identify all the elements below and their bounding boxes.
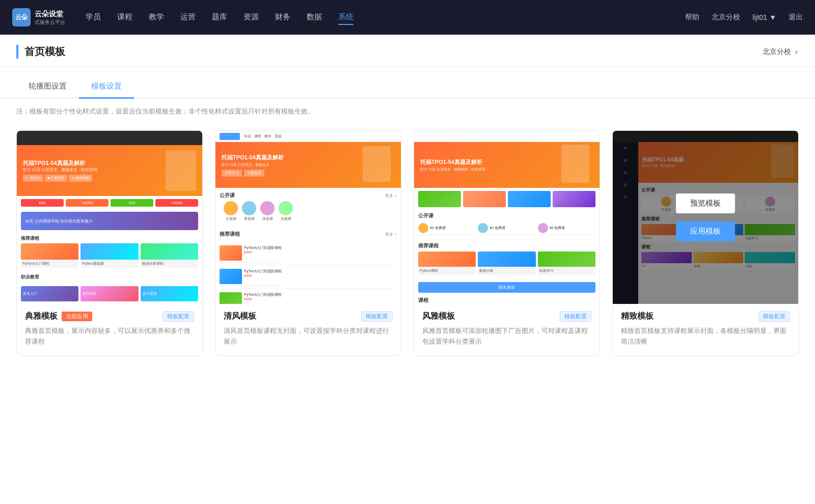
badge-config-fengYa[interactable]: 模板配置	[560, 311, 591, 322]
branch-selector[interactable]: 北京分校 ∨	[763, 47, 799, 57]
template-preview-qingFeng: 学员课程教学系统 托福TPO1-54真题及解析 听力 口语 口语范文 · 遵循全…	[215, 131, 401, 304]
badge-config-jingZhi[interactable]: 模板配置	[758, 311, 790, 322]
navbar-right: 帮助 北京分校 lijt01 ▼ 退出	[685, 13, 803, 22]
badge-current-dianYa: 当前应用	[62, 312, 92, 321]
template-info-fengYa: 风雅模板 模板配置 风雅首页模板可添加轮播图下广告图片，可对课程及课程包设置学科…	[414, 304, 600, 355]
templates-grid: 托福TPO1-54真题及解析 听力 口语 口语范文 · 遵循全文 · 给你背词 …	[0, 120, 815, 376]
template-info-qingFeng: 清风模板 模板配置 清风首页模板课程无封面，可设置按学科分类对课程进行展示	[215, 304, 401, 355]
template-name-fengYa: 风雅模板	[422, 311, 455, 322]
nav-item-course[interactable]: 课程	[117, 10, 132, 25]
chevron-down-icon: ∨	[794, 48, 799, 55]
template-card-qingFeng: 学员课程教学系统 托福TPO1-54真题及解析 听力 口语 口语范文 · 遵循全…	[215, 130, 401, 356]
template-name-row-qingFeng: 清风模板 模板配置	[224, 311, 393, 322]
nav-item-teach[interactable]: 教学	[149, 10, 164, 25]
nav-item-student[interactable]: 学员	[86, 10, 101, 25]
page-title: 首页模板	[16, 45, 65, 59]
nav-item-resource[interactable]: 资源	[243, 10, 259, 25]
template-desc-fengYa: 风雅首页模板可添加轮播图下广告图片，可对课程及课程包设置学科分类展示	[422, 326, 591, 347]
logo-icon: 云朵	[12, 8, 31, 26]
nav-help[interactable]: 帮助	[685, 13, 699, 22]
apply-button[interactable]: 应用模板	[676, 221, 735, 241]
nav-menu: 学员 课程 教学 运营 题库 资源 财务 数据 系统	[86, 10, 354, 25]
template-preview-fengYa: 托福TPO1-54真题及解析 听力 口语 口语范文 · 独家精析 · 给你背词 …	[414, 131, 600, 304]
navbar-left: 云朵 云朵设堂 式服务云平台 学员 课程 教学 运营 题库 资源 财务 数据 系…	[12, 8, 354, 26]
template-card-jingZhi: 预览模板 应用模板	[612, 130, 799, 356]
template-name-jingZhi: 精致模板	[621, 311, 654, 322]
nav-item-question[interactable]: 题库	[212, 10, 227, 25]
nav-user[interactable]: lijt01 ▼	[752, 13, 776, 21]
logo[interactable]: 云朵 云朵设堂 式服务云平台	[12, 8, 65, 26]
tabs-bar: 轮播图设置 模板设置	[0, 75, 815, 99]
template-name-qingFeng: 清风模板	[224, 311, 256, 322]
nav-item-finance[interactable]: 财务	[275, 10, 290, 25]
nav-item-operate[interactable]: 运营	[180, 10, 196, 25]
page-header: 首页模板 北京分校 ∨	[0, 35, 815, 67]
template-desc-dianYa: 典雅首页模板，展示内容较多，可以展示优惠券和多个推荐课程	[25, 326, 194, 347]
main-content: 首页模板 北京分校 ∨ 轮播图设置 模板设置 注：模板有部分个性化样式设置，设置…	[0, 35, 815, 504]
nav-item-data[interactable]: 数据	[307, 10, 322, 25]
tab-carousel[interactable]: 轮播图设置	[16, 75, 79, 99]
nav-branch[interactable]: 北京分校	[712, 13, 740, 22]
template-name-dianYa: 典雅模板	[25, 311, 58, 322]
template-info-dianYa: 典雅模板 当前应用 模板配置 典雅首页模板，展示内容较多，可以展示优惠券和多个推…	[17, 304, 202, 355]
template-preview-dianYa: 托福TPO1-54真题及解析 听力 口语 口语范文 · 遵循全文 · 给你背词 …	[17, 131, 202, 304]
preview-button[interactable]: 预览模板	[676, 193, 735, 213]
nav-item-system[interactable]: 系统	[338, 10, 354, 25]
badge-config-dianYa[interactable]: 模板配置	[162, 311, 194, 322]
template-name-row-dianYa: 典雅模板 当前应用 模板配置	[25, 311, 194, 322]
template-name-row-fengYa: 风雅模板 模板配置	[422, 311, 591, 322]
note-bar: 注：模板有部分个性化样式设置，设置后仅当前模板生效；非个性化样式设置后只针对所有…	[0, 99, 815, 120]
tab-template[interactable]: 模板设置	[79, 75, 134, 99]
nav-logout[interactable]: 退出	[789, 13, 803, 22]
template-name-row-jingZhi: 精致模板 模板配置	[621, 311, 790, 322]
navbar: 云朵 云朵设堂 式服务云平台 学员 课程 教学 运营 题库 资源 财务 数据 系…	[0, 0, 815, 35]
template-info-jingZhi: 精致模板 模板配置 精致首页模板支持课程展示封面，各模板分隔明显，界面简洁清晰	[613, 304, 798, 355]
template-desc-jingZhi: 精致首页模板支持课程展示封面，各模板分隔明显，界面简洁清晰	[621, 326, 790, 347]
template-card-dianYa: 托福TPO1-54真题及解析 听力 口语 口语范文 · 遵循全文 · 给你背词 …	[16, 130, 203, 356]
template-preview-jingZhi: 预览模板 应用模板	[613, 131, 798, 304]
template-overlay-jingZhi: 预览模板 应用模板	[613, 131, 798, 304]
template-desc-qingFeng: 清风首页模板课程无封面，可设置按学科分类对课程进行展示	[224, 326, 393, 347]
badge-config-qingFeng[interactable]: 模板配置	[361, 311, 393, 322]
logo-text: 云朵设堂 式服务云平台	[35, 9, 65, 25]
template-card-fengYa: 托福TPO1-54真题及解析 听力 口语 口语范文 · 独家精析 · 给你背词 …	[414, 130, 600, 356]
